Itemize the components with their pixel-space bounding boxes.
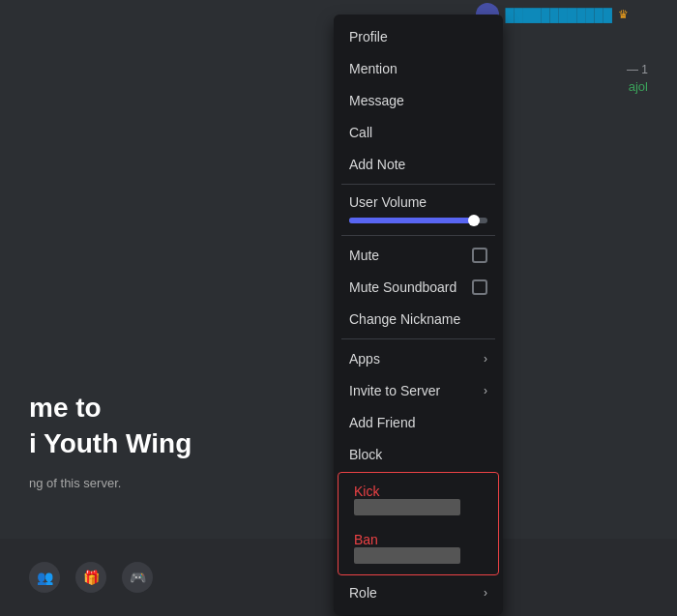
volume-slider[interactable]	[349, 218, 487, 223]
member-count: — 1	[627, 63, 648, 76]
menu-item-call[interactable]: Call	[338, 117, 499, 148]
username-display: ████████████	[505, 8, 612, 22]
menu-item-kick[interactable]: Kick ██████████	[342, 476, 494, 523]
apps-arrow-icon: ›	[484, 352, 487, 366]
volume-label: User Volume	[349, 194, 487, 210]
mute-soundboard-checkbox[interactable]	[472, 279, 487, 295]
separator-2	[341, 235, 495, 236]
menu-item-apps[interactable]: Apps ›	[338, 343, 499, 374]
separator-3	[341, 338, 495, 339]
bg-subtext: ng of this server.	[29, 476, 121, 490]
bottom-icon-users[interactable]: 👥	[29, 562, 60, 593]
context-menu: Profile Mention Message Call Add Note Us…	[334, 15, 503, 615]
role-arrow-icon: ›	[484, 586, 487, 600]
crown-icon: ♛	[618, 8, 629, 21]
volume-fill	[349, 218, 474, 223]
menu-item-block[interactable]: Block	[338, 439, 499, 470]
menu-item-change-nickname[interactable]: Change Nickname	[338, 304, 499, 335]
menu-item-message[interactable]: Message	[338, 85, 499, 116]
ban-username-blurred: ██████████	[354, 547, 460, 564]
menu-item-mention[interactable]: Mention	[338, 53, 499, 84]
menu-item-ban[interactable]: Ban ██████████	[342, 524, 494, 572]
menu-item-add-note[interactable]: Add Note	[338, 149, 499, 180]
bottom-icon-game[interactable]: 🎮	[122, 562, 153, 593]
menu-item-role[interactable]: Role ›	[338, 577, 499, 608]
bg-welcome-text: me to i Youth Wing	[29, 391, 191, 461]
menu-item-mute-soundboard[interactable]: Mute Soundboard	[338, 272, 499, 303]
menu-item-profile[interactable]: Profile	[338, 21, 499, 52]
menu-item-invite-to-server[interactable]: Invite to Server ›	[338, 375, 499, 406]
mute-checkbox[interactable]	[472, 248, 487, 263]
invite-arrow-icon: ›	[484, 384, 487, 397]
online-user-name: ajol	[629, 79, 648, 94]
volume-section[interactable]: User Volume	[338, 189, 499, 231]
danger-section: Kick ██████████ Ban ██████████	[338, 472, 499, 575]
menu-item-add-friend[interactable]: Add Friend	[338, 407, 499, 438]
bottom-icon-gift[interactable]: 🎁	[75, 562, 106, 593]
separator-1	[341, 184, 495, 185]
volume-thumb	[468, 215, 480, 226]
menu-item-mute[interactable]: Mute	[338, 240, 499, 271]
kick-username-blurred: ██████████	[354, 499, 460, 515]
